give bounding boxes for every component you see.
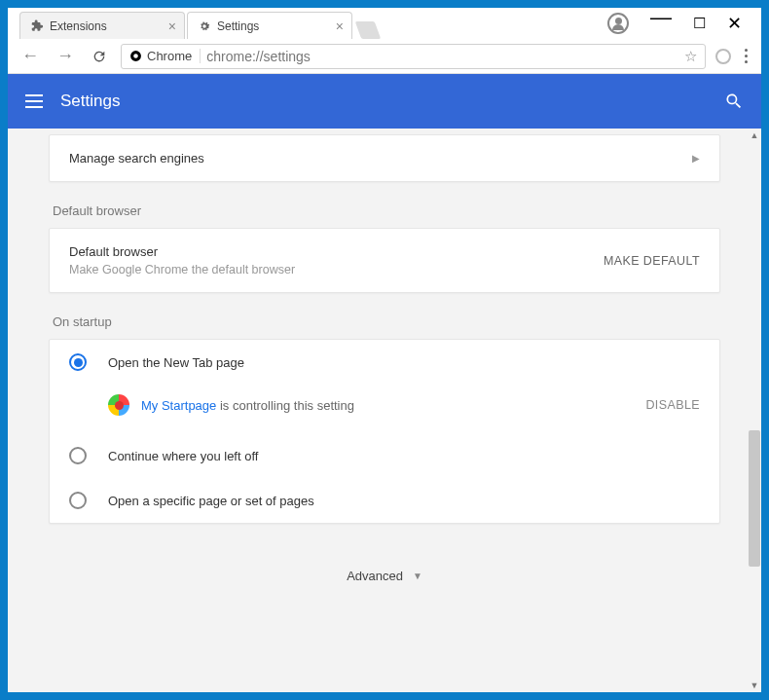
search-icon[interactable] [724,92,744,111]
chevron-right-icon: ▶ [692,153,700,164]
bookmark-star-icon[interactable]: ☆ [684,48,697,65]
toolbar: ← → Chrome chrome://settings ☆ [8,39,761,74]
tab-label: Settings [217,19,259,33]
default-browser-subtitle: Make Google Chrome the default browser [69,263,295,276]
window-controls: — ☐ ✕ [598,11,761,36]
svg-point-1 [133,54,138,58]
profile-icon[interactable] [607,13,629,34]
section-label-startup: On startup [53,314,720,329]
advanced-toggle[interactable]: Advanced ▼ [49,541,720,593]
option-label: Continue where you left off [108,449,258,463]
option-label: Open the New Tab page [108,355,244,370]
extension-icon [30,19,44,33]
startup-option-specific-pages[interactable]: Open a specific page or set of pages [50,478,719,523]
tab-label: Extensions [50,19,107,33]
default-browser-text: Default browser Make Google Chrome the d… [69,244,295,276]
maximize-button[interactable]: ☐ [693,15,706,32]
radio-selected-icon [69,353,87,371]
scroll-up-icon[interactable]: ▲ [750,130,759,140]
browser-window: Extensions × Settings × — ☐ ✕ ← → [8,8,761,692]
address-bar[interactable]: Chrome chrome://settings ☆ [121,44,706,69]
row-label: Manage search engines [69,151,204,166]
content-column: Manage search engines ▶ Default browser … [49,134,720,632]
manage-search-engines-row[interactable]: Manage search engines ▶ [50,135,719,181]
disable-button[interactable]: DISABLE [645,398,700,412]
chevron-down-icon: ▼ [413,571,422,581]
close-icon[interactable]: × [336,19,344,33]
extension-name-link[interactable]: My Startpage [141,398,216,413]
close-icon[interactable]: × [168,19,176,33]
make-default-button[interactable]: MAKE DEFAULT [604,254,700,268]
scroll-down-icon[interactable]: ▼ [750,681,759,690]
chrome-icon [129,50,142,62]
url-text: chrome://settings [206,49,311,64]
default-browser-row: Default browser Make Google Chrome the d… [50,229,719,292]
radio-unselected-icon [69,447,87,464]
page-title: Settings [60,92,120,111]
scrollbar-thumb[interactable] [749,430,760,567]
controlled-suffix: is controlling this setting [216,398,354,413]
default-browser-title: Default browser [69,244,295,259]
close-window-button[interactable]: ✕ [727,13,742,34]
startup-option-new-tab[interactable]: Open the New Tab page [50,340,719,385]
extension-indicator-icon[interactable] [715,49,731,64]
forward-button[interactable]: → [53,46,78,66]
search-engines-card: Manage search engines ▶ [49,134,720,182]
reload-button[interactable] [88,49,111,64]
minimize-button[interactable]: — [650,5,672,30]
hamburger-menu-button[interactable] [25,94,43,108]
option-label: Open a specific page or set of pages [108,494,314,508]
origin-label: Chrome [147,49,192,63]
startup-card: Open the New Tab page My Startpage is co… [49,339,720,524]
section-label-default-browser: Default browser [53,203,720,218]
gear-icon [198,19,211,33]
controlled-text: My Startpage is controlling this setting [141,398,354,413]
extension-app-icon [108,394,129,416]
settings-header: Settings [8,74,761,129]
back-button[interactable]: ← [18,46,43,66]
radio-unselected-icon [69,492,87,509]
extension-controlled-notice: My Startpage is controlling this setting… [50,385,719,433]
default-browser-card: Default browser Make Google Chrome the d… [49,228,720,293]
content-area: ▲ ▼ Manage search engines ▶ Default brow… [8,129,761,692]
browser-menu-button[interactable] [741,49,751,63]
tab-settings[interactable]: Settings × [187,12,352,39]
origin-chip: Chrome [129,49,201,63]
titlebar: Extensions × Settings × — ☐ ✕ [8,8,761,39]
new-tab-button[interactable] [355,21,382,39]
tab-extensions[interactable]: Extensions × [19,12,185,39]
startup-option-continue[interactable]: Continue where you left off [50,433,719,478]
tab-strip: Extensions × Settings × [8,8,598,39]
advanced-label: Advanced [347,569,403,583]
